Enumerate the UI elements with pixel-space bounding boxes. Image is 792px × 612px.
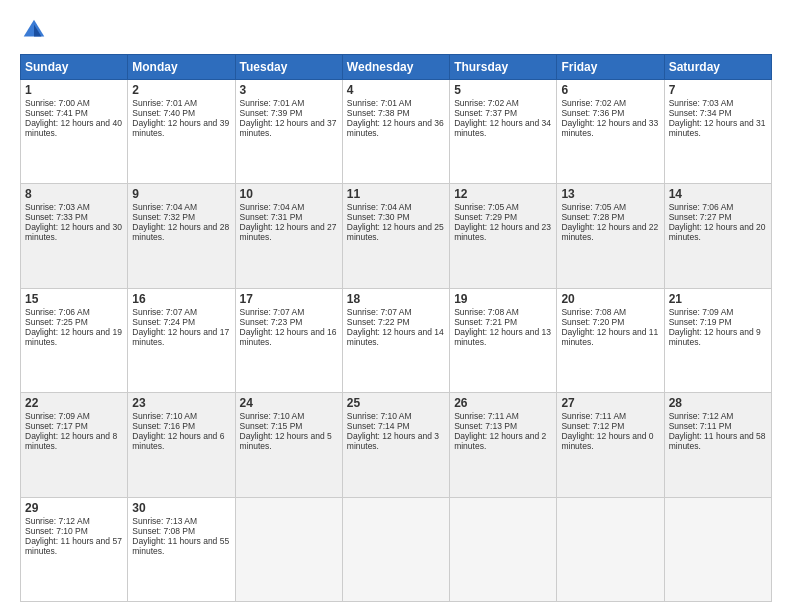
calendar-cell: 5 Sunrise: 7:02 AM Sunset: 7:37 PM Dayli… bbox=[450, 80, 557, 184]
calendar-week-4: 22 Sunrise: 7:09 AM Sunset: 7:17 PM Dayl… bbox=[21, 393, 772, 497]
header bbox=[20, 16, 772, 44]
sunrise-label: Sunrise: 7:02 AM bbox=[454, 98, 519, 108]
sunrise-label: Sunrise: 7:08 AM bbox=[454, 307, 519, 317]
day-number: 1 bbox=[25, 83, 123, 97]
calendar-cell: 18 Sunrise: 7:07 AM Sunset: 7:22 PM Dayl… bbox=[342, 288, 449, 392]
calendar-cell: 15 Sunrise: 7:06 AM Sunset: 7:25 PM Dayl… bbox=[21, 288, 128, 392]
daylight-label: Daylight: 12 hours and 0 minutes. bbox=[561, 431, 653, 451]
calendar-week-3: 15 Sunrise: 7:06 AM Sunset: 7:25 PM Dayl… bbox=[21, 288, 772, 392]
calendar-cell: 25 Sunrise: 7:10 AM Sunset: 7:14 PM Dayl… bbox=[342, 393, 449, 497]
sunset-label: Sunset: 7:28 PM bbox=[561, 212, 624, 222]
day-number: 8 bbox=[25, 187, 123, 201]
calendar-cell: 27 Sunrise: 7:11 AM Sunset: 7:12 PM Dayl… bbox=[557, 393, 664, 497]
daylight-label: Daylight: 12 hours and 36 minutes. bbox=[347, 118, 444, 138]
calendar-cell: 28 Sunrise: 7:12 AM Sunset: 7:11 PM Dayl… bbox=[664, 393, 771, 497]
sunset-label: Sunset: 7:08 PM bbox=[132, 526, 195, 536]
daylight-label: Daylight: 12 hours and 37 minutes. bbox=[240, 118, 337, 138]
sunrise-label: Sunrise: 7:08 AM bbox=[561, 307, 626, 317]
sunrise-label: Sunrise: 7:04 AM bbox=[132, 202, 197, 212]
sunset-label: Sunset: 7:40 PM bbox=[132, 108, 195, 118]
page: SundayMondayTuesdayWednesdayThursdayFrid… bbox=[0, 0, 792, 612]
sunrise-label: Sunrise: 7:04 AM bbox=[240, 202, 305, 212]
sunrise-label: Sunrise: 7:12 AM bbox=[669, 411, 734, 421]
day-number: 6 bbox=[561, 83, 659, 97]
day-number: 26 bbox=[454, 396, 552, 410]
calendar-cell bbox=[664, 497, 771, 601]
day-number: 29 bbox=[25, 501, 123, 515]
weekday-header-sunday: Sunday bbox=[21, 55, 128, 80]
sunset-label: Sunset: 7:15 PM bbox=[240, 421, 303, 431]
weekday-header-monday: Monday bbox=[128, 55, 235, 80]
sunrise-label: Sunrise: 7:11 AM bbox=[561, 411, 626, 421]
sunrise-label: Sunrise: 7:00 AM bbox=[25, 98, 90, 108]
sunrise-label: Sunrise: 7:03 AM bbox=[669, 98, 734, 108]
day-number: 15 bbox=[25, 292, 123, 306]
sunset-label: Sunset: 7:34 PM bbox=[669, 108, 732, 118]
sunrise-label: Sunrise: 7:09 AM bbox=[25, 411, 90, 421]
sunrise-label: Sunrise: 7:02 AM bbox=[561, 98, 626, 108]
day-number: 24 bbox=[240, 396, 338, 410]
day-number: 12 bbox=[454, 187, 552, 201]
weekday-header-friday: Friday bbox=[557, 55, 664, 80]
calendar-cell: 13 Sunrise: 7:05 AM Sunset: 7:28 PM Dayl… bbox=[557, 184, 664, 288]
sunset-label: Sunset: 7:27 PM bbox=[669, 212, 732, 222]
daylight-label: Daylight: 12 hours and 31 minutes. bbox=[669, 118, 766, 138]
daylight-label: Daylight: 11 hours and 55 minutes. bbox=[132, 536, 229, 556]
calendar-cell: 20 Sunrise: 7:08 AM Sunset: 7:20 PM Dayl… bbox=[557, 288, 664, 392]
sunset-label: Sunset: 7:20 PM bbox=[561, 317, 624, 327]
calendar-cell: 21 Sunrise: 7:09 AM Sunset: 7:19 PM Dayl… bbox=[664, 288, 771, 392]
sunset-label: Sunset: 7:12 PM bbox=[561, 421, 624, 431]
day-number: 27 bbox=[561, 396, 659, 410]
sunrise-label: Sunrise: 7:05 AM bbox=[454, 202, 519, 212]
calendar-week-5: 29 Sunrise: 7:12 AM Sunset: 7:10 PM Dayl… bbox=[21, 497, 772, 601]
daylight-label: Daylight: 12 hours and 17 minutes. bbox=[132, 327, 229, 347]
sunrise-label: Sunrise: 7:07 AM bbox=[240, 307, 305, 317]
day-number: 19 bbox=[454, 292, 552, 306]
calendar-table: SundayMondayTuesdayWednesdayThursdayFrid… bbox=[20, 54, 772, 602]
calendar-cell: 3 Sunrise: 7:01 AM Sunset: 7:39 PM Dayli… bbox=[235, 80, 342, 184]
calendar-cell: 11 Sunrise: 7:04 AM Sunset: 7:30 PM Dayl… bbox=[342, 184, 449, 288]
daylight-label: Daylight: 12 hours and 23 minutes. bbox=[454, 222, 551, 242]
daylight-label: Daylight: 12 hours and 11 minutes. bbox=[561, 327, 658, 347]
sunrise-label: Sunrise: 7:11 AM bbox=[454, 411, 519, 421]
sunrise-label: Sunrise: 7:06 AM bbox=[25, 307, 90, 317]
sunset-label: Sunset: 7:39 PM bbox=[240, 108, 303, 118]
sunrise-label: Sunrise: 7:07 AM bbox=[347, 307, 412, 317]
day-number: 5 bbox=[454, 83, 552, 97]
sunset-label: Sunset: 7:30 PM bbox=[347, 212, 410, 222]
day-number: 18 bbox=[347, 292, 445, 306]
sunrise-label: Sunrise: 7:12 AM bbox=[25, 516, 90, 526]
daylight-label: Daylight: 12 hours and 34 minutes. bbox=[454, 118, 551, 138]
logo bbox=[20, 16, 52, 44]
sunset-label: Sunset: 7:19 PM bbox=[669, 317, 732, 327]
daylight-label: Daylight: 11 hours and 57 minutes. bbox=[25, 536, 122, 556]
calendar-cell bbox=[557, 497, 664, 601]
daylight-label: Daylight: 12 hours and 27 minutes. bbox=[240, 222, 337, 242]
sunset-label: Sunset: 7:25 PM bbox=[25, 317, 88, 327]
day-number: 14 bbox=[669, 187, 767, 201]
sunrise-label: Sunrise: 7:10 AM bbox=[240, 411, 305, 421]
day-number: 7 bbox=[669, 83, 767, 97]
daylight-label: Daylight: 12 hours and 13 minutes. bbox=[454, 327, 551, 347]
daylight-label: Daylight: 12 hours and 20 minutes. bbox=[669, 222, 766, 242]
calendar-cell bbox=[450, 497, 557, 601]
day-number: 30 bbox=[132, 501, 230, 515]
sunset-label: Sunset: 7:14 PM bbox=[347, 421, 410, 431]
day-number: 17 bbox=[240, 292, 338, 306]
sunrise-label: Sunrise: 7:04 AM bbox=[347, 202, 412, 212]
calendar-cell bbox=[342, 497, 449, 601]
sunrise-label: Sunrise: 7:03 AM bbox=[25, 202, 90, 212]
daylight-label: Daylight: 12 hours and 25 minutes. bbox=[347, 222, 444, 242]
day-number: 16 bbox=[132, 292, 230, 306]
daylight-label: Daylight: 12 hours and 14 minutes. bbox=[347, 327, 444, 347]
calendar-cell: 16 Sunrise: 7:07 AM Sunset: 7:24 PM Dayl… bbox=[128, 288, 235, 392]
sunset-label: Sunset: 7:38 PM bbox=[347, 108, 410, 118]
calendar-cell: 4 Sunrise: 7:01 AM Sunset: 7:38 PM Dayli… bbox=[342, 80, 449, 184]
sunset-label: Sunset: 7:17 PM bbox=[25, 421, 88, 431]
daylight-label: Daylight: 12 hours and 3 minutes. bbox=[347, 431, 439, 451]
daylight-label: Daylight: 12 hours and 2 minutes. bbox=[454, 431, 546, 451]
sunset-label: Sunset: 7:16 PM bbox=[132, 421, 195, 431]
calendar-cell: 30 Sunrise: 7:13 AM Sunset: 7:08 PM Dayl… bbox=[128, 497, 235, 601]
calendar-cell: 22 Sunrise: 7:09 AM Sunset: 7:17 PM Dayl… bbox=[21, 393, 128, 497]
calendar-cell: 12 Sunrise: 7:05 AM Sunset: 7:29 PM Dayl… bbox=[450, 184, 557, 288]
